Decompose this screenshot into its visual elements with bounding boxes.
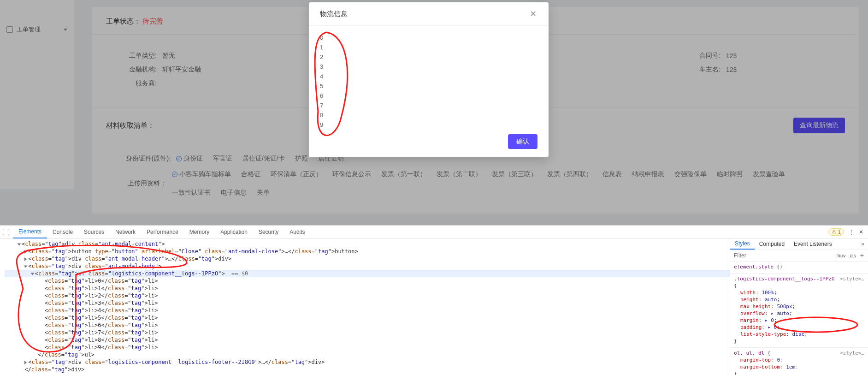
devtools-tab-sources[interactable]: Sources xyxy=(78,226,110,238)
devtools-tab-application[interactable]: Application xyxy=(215,226,253,238)
devtools-tab-elements[interactable]: Elements xyxy=(13,226,47,238)
devtools-tab-performance[interactable]: Performance xyxy=(141,226,184,238)
warnings-count: 1 xyxy=(838,229,841,235)
dom-tree[interactable]: <class="tag">div class="ant-modal-conten… xyxy=(0,238,730,375)
style-rules[interactable]: element.style {}<style>….logistics-compo… xyxy=(730,262,868,375)
dom-line[interactable]: <class="tag">div class="ant-modal-header… xyxy=(5,255,730,262)
list-item: 5 xyxy=(320,81,537,91)
list-item: 4 xyxy=(320,71,537,81)
dom-line[interactable]: <class="tag">li>3</class="tag">li> xyxy=(5,299,730,307)
dom-line[interactable]: <class="tag">button type="button" aria-l… xyxy=(5,248,730,255)
dom-line[interactable]: <class="tag">li>8</class="tag">li> xyxy=(5,336,730,344)
list-item: 9 xyxy=(320,120,537,130)
styles-tab-computed[interactable]: Computed xyxy=(755,238,789,250)
dom-line[interactable]: </class="tag">ul> xyxy=(5,351,730,358)
dom-line[interactable]: <class="tag">div class="ant-modal-body"> xyxy=(5,262,730,270)
list-item: 8 xyxy=(320,110,537,120)
devtools-settings-icon[interactable]: ⋮ xyxy=(849,229,854,235)
css-rule[interactable]: <style>…ol, ul, dl {margin-top: 0;margin… xyxy=(730,348,868,375)
list-item: 7 xyxy=(320,101,537,110)
list-item: 6 xyxy=(320,91,537,101)
add-rule-icon[interactable]: ＋ xyxy=(859,251,865,260)
logistics-modal: 物流信息 ✕ 0123456789 确认 xyxy=(309,2,549,157)
devtools-tabs: ElementsConsoleSourcesNetworkPerformance… xyxy=(0,226,868,238)
styles-pane: StylesComputedEvent Listeners» :hov .cls… xyxy=(730,238,868,375)
dom-line[interactable]: <class="tag">li>0</class="tag">li> xyxy=(5,277,730,285)
styles-tab-styles[interactable]: Styles xyxy=(730,239,755,250)
devtools-tab-audits[interactable]: Audits xyxy=(284,226,310,238)
dom-line[interactable]: <class="tag">ul class="logistics-compone… xyxy=(5,270,730,277)
css-rule[interactable]: <style>….logistics-component__logs--1PPz… xyxy=(730,274,868,348)
dom-line[interactable]: <class="tag">li>1</class="tag">li> xyxy=(5,285,730,292)
dom-line[interactable]: <class="tag">div class="logistics-compon… xyxy=(5,358,730,366)
devtools-tab-memory[interactable]: Memory xyxy=(184,226,215,238)
list-item: 3 xyxy=(320,62,537,71)
dom-line[interactable]: <class="tag">li>4</class="tag">li> xyxy=(5,307,730,314)
devtools: ElementsConsoleSourcesNetworkPerformance… xyxy=(0,225,868,375)
styles-filter-input[interactable] xyxy=(730,250,833,261)
modal-title: 物流信息 xyxy=(320,10,348,18)
dom-line[interactable]: <class="tag">li>5</class="tag">li> xyxy=(5,314,730,321)
dom-line[interactable]: </class="tag">div> xyxy=(5,366,730,373)
styles-tab-event listeners[interactable]: Event Listeners xyxy=(789,238,837,250)
cls-toggle[interactable]: .cls xyxy=(849,253,856,258)
hov-toggle[interactable]: :hov xyxy=(836,253,846,258)
styles-more-icon[interactable]: » xyxy=(857,241,868,247)
list-item: 0 xyxy=(320,33,537,42)
dom-line[interactable]: <class="tag">div class="ant-modal-conten… xyxy=(5,240,730,248)
warnings-badge[interactable]: ⚠ 1 xyxy=(828,228,844,236)
list-item: 2 xyxy=(320,52,537,62)
inspect-icon[interactable] xyxy=(3,229,9,235)
dom-line[interactable]: <class="tag">li>2</class="tag">li> xyxy=(5,292,730,299)
dom-line[interactable]: <class="tag">li>6</class="tag">li> xyxy=(5,321,730,329)
logistics-list: 0123456789 xyxy=(320,33,537,130)
close-icon[interactable]: ✕ xyxy=(528,9,537,19)
devtools-tab-console[interactable]: Console xyxy=(47,226,78,238)
confirm-button[interactable]: 确认 xyxy=(508,134,537,149)
devtools-close-icon[interactable]: ✕ xyxy=(859,229,863,235)
list-item: 1 xyxy=(320,42,537,52)
devtools-tab-network[interactable]: Network xyxy=(110,226,141,238)
devtools-tab-security[interactable]: Security xyxy=(253,226,284,238)
css-rule[interactable]: element.style {} xyxy=(730,262,868,274)
dom-line[interactable]: <class="tag">li>7</class="tag">li> xyxy=(5,329,730,336)
dom-line[interactable]: <class="tag">li>9</class="tag">li> xyxy=(5,344,730,351)
